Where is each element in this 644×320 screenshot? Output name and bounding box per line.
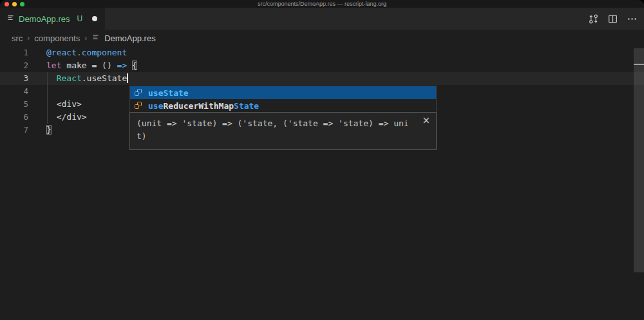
breadcrumb-src[interactable]: src [12,33,23,43]
code-editor[interactable]: 1@react.component2let make = () => {3 Re… [0,46,644,320]
more-actions-icon[interactable] [627,14,638,24]
code-text: React.useState [28,72,128,85]
vscode-window: src/components/DemoApp.res — rescript-la… [0,0,644,320]
chevron-right-icon: › [27,33,30,42]
vertical-scrollbar[interactable] [634,48,644,272]
line-number: 3 [0,72,28,85]
line-number: 5 [0,98,28,111]
window-title: src/components/DemoApp.res — rescript-la… [0,0,644,8]
editor-actions [588,8,638,30]
breadcrumb-file[interactable]: DemoApp.res [104,33,155,43]
tab-demoapp-res[interactable]: DemoApp.res U [0,8,105,30]
tab-bar: DemoApp.res U [0,8,644,30]
line-number: 7 [0,124,28,136]
suggest-widget: useStateuseReducerWithMapState [129,86,437,113]
code-text: </div> [28,111,87,124]
symbol-value-icon [133,88,144,98]
suggest-docs-text: (unit => 'state) => ('state, ('state => … [137,117,417,143]
line-number: 1 [0,46,28,59]
breadcrumb: src › components › DemoApp.res [0,30,644,46]
overview-ruler-cursor-marker [634,64,644,65]
chevron-right-icon: › [84,33,87,42]
code-text: } [28,124,52,136]
split-editor-icon[interactable] [607,14,618,24]
code-line-1[interactable]: 1@react.component [0,46,644,59]
suggestion-useState[interactable]: useState [130,86,436,99]
line-number: 2 [0,59,28,72]
suggest-docs-panel: (unit => 'state) => ('state, ('state => … [129,112,437,150]
git-status-badge: U [77,14,82,23]
compare-changes-icon[interactable] [588,14,599,24]
symbol-value-icon [133,100,144,111]
suggestion-label: useReducerWithMapState [148,101,259,111]
titlebar: src/components/DemoApp.res — rescript-la… [0,0,644,8]
file-icon [6,13,15,24]
line-number: 6 [0,111,28,124]
file-icon [91,33,100,43]
code-text: let make = () => { [28,59,137,72]
code-line-3[interactable]: 3 React.useState [0,72,644,85]
code-line-2[interactable]: 2let make = () => { [0,59,644,72]
suggestion-label: useState [148,88,189,98]
close-icon[interactable]: × [422,116,430,126]
suggestion-useReducerWithMapState[interactable]: useReducerWithMapState [130,99,436,112]
code-text: <div> [28,98,82,111]
line-number: 4 [0,85,28,98]
unsaved-dot-icon[interactable] [92,16,97,21]
code-text [28,85,46,98]
tab-label: DemoApp.res [19,14,70,24]
breadcrumb-components[interactable]: components [34,33,80,43]
indent-guide [47,72,48,124]
code-text: @react.component [28,46,127,59]
text-cursor [127,73,128,83]
